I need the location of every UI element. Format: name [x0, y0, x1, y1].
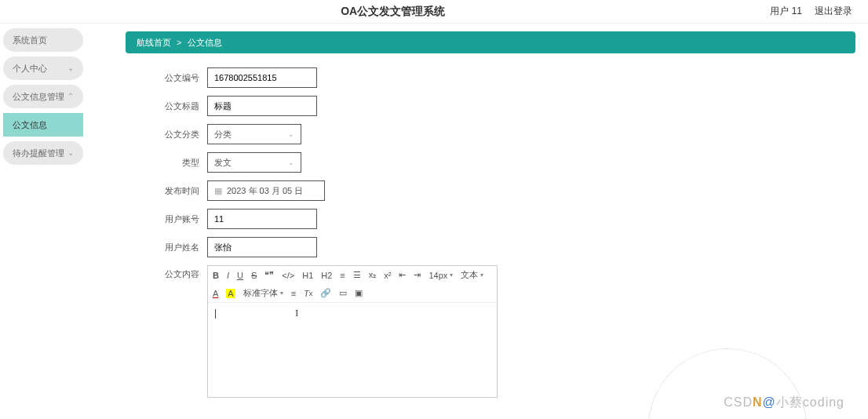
publish-time-value: 2023 年 03 月 05 日 — [227, 185, 303, 197]
breadcrumb-home[interactable]: 航线首页 — [137, 38, 171, 47]
sidebar-item-label: 待办提醒管理 — [13, 141, 64, 165]
user-account-label: 用户账号 — [157, 213, 199, 225]
logout-link[interactable]: 退出登录 — [815, 5, 852, 18]
breadcrumb: 航线首页 > 公文信息 — [126, 31, 855, 53]
indent-right-icon[interactable]: ⇥ — [414, 270, 421, 280]
ordered-list-icon[interactable]: ≡ — [340, 271, 345, 280]
image-icon[interactable]: ▭ — [339, 288, 347, 298]
chevron-down-icon: ⌄ — [288, 130, 294, 138]
code-icon[interactable]: </> — [282, 271, 294, 280]
doc-no-input[interactable] — [207, 67, 317, 88]
superscript-button[interactable]: x² — [384, 271, 391, 280]
user-name-label: 用户姓名 — [157, 242, 199, 253]
italic-icon[interactable]: I — [227, 271, 229, 280]
doc-no-label: 公文编号 — [157, 72, 199, 84]
sidebar-item-label: 个人中心 — [13, 56, 47, 80]
sidebar-item-doc-manage[interactable]: 公文信息管理 ⌃ — [3, 85, 83, 108]
category-value: 分类 — [214, 129, 232, 140]
sidebar-item-label: 公文信息管理 — [13, 85, 64, 108]
text-style-select[interactable]: 文本▾ — [461, 269, 483, 281]
rich-text-editor: B I U S ❝❞ </> H1 H2 ≡ ☰ x₂ x² ⇤ ⇥ — [207, 265, 498, 398]
category-label: 公文分类 — [157, 129, 199, 140]
font-family-select[interactable]: 标准字体▾ — [243, 287, 283, 299]
unordered-list-icon[interactable]: ☰ — [353, 270, 361, 280]
title-input[interactable] — [207, 96, 317, 116]
chevron-down-icon: ⌄ — [288, 158, 294, 166]
user-account-input[interactable] — [207, 209, 317, 229]
link-icon[interactable]: 🔗 — [320, 288, 331, 298]
user-name-input[interactable] — [207, 237, 317, 257]
strikethrough-icon[interactable]: S — [251, 271, 257, 280]
main-content: 航线首页 > 公文信息 公文编号 公文标题 公文分类 分类 ⌄ 类型 — [86, 24, 868, 419]
sidebar-item-todo[interactable]: 待办提醒管理 ⌄ — [3, 141, 83, 165]
chevron-down-icon: ⌄ — [67, 56, 74, 80]
category-select[interactable]: 分类 ⌄ — [207, 124, 301, 144]
top-bar: OA公文发文管理系统 用户 11 退出登录 — [0, 0, 868, 24]
sidebar-item-personal[interactable]: 个人中心 ⌄ — [3, 56, 83, 80]
heading1-button[interactable]: H1 — [302, 271, 313, 280]
font-size-select[interactable]: 14px▾ — [429, 271, 453, 280]
quote-icon[interactable]: ❝❞ — [264, 270, 274, 280]
highlight-icon[interactable]: A — [226, 289, 235, 298]
breadcrumb-current: 公文信息 — [188, 38, 222, 47]
type-select[interactable]: 发文 ⌄ — [207, 152, 301, 173]
doc-form: 公文编号 公文标题 公文分类 分类 ⌄ 类型 发文 ⌄ — [126, 67, 855, 398]
align-icon[interactable]: ≡ — [291, 289, 296, 298]
sidebar-item-label: 系统首页 — [13, 28, 47, 52]
title-label: 公文标题 — [157, 100, 199, 112]
indent-left-icon[interactable]: ⇤ — [399, 270, 406, 280]
clear-format-icon[interactable]: Tx — [304, 289, 312, 298]
dropdown-icon: ▾ — [280, 290, 283, 297]
dropdown-icon: ▾ — [480, 271, 483, 279]
heading2-button[interactable]: H2 — [321, 271, 332, 280]
chevron-up-icon: ⌃ — [67, 85, 74, 108]
editor-content[interactable]: |I — [208, 303, 497, 397]
chevron-down-icon: ⌄ — [67, 141, 74, 165]
system-title: OA公文发文管理系统 — [16, 5, 770, 19]
user-area: 用户 11 退出登录 — [770, 5, 852, 18]
calendar-icon: ▦ — [214, 186, 222, 196]
subscript-button[interactable]: x₂ — [369, 270, 377, 280]
type-label: 类型 — [157, 157, 199, 169]
text-cursor-icon: I — [295, 308, 298, 319]
font-color-icon[interactable]: A — [213, 289, 218, 298]
publish-time-input[interactable]: ▦ 2023 年 03 月 05 日 — [207, 180, 325, 201]
type-value: 发文 — [214, 157, 232, 169]
bold-icon[interactable]: B — [213, 271, 219, 280]
video-icon[interactable]: ▣ — [355, 288, 363, 298]
sidebar-item-label: 公文信息 — [13, 113, 47, 137]
publish-time-label: 发布时间 — [157, 185, 199, 197]
editor-toolbar: B I U S ❝❞ </> H1 H2 ≡ ☰ x₂ x² ⇤ ⇥ — [208, 266, 497, 303]
dropdown-icon: ▾ — [450, 271, 453, 279]
content-label: 公文内容 — [157, 265, 199, 398]
sidebar: 系统首页 个人中心 ⌄ 公文信息管理 ⌃ 公文信息 待办提醒管理 ⌄ — [0, 24, 86, 419]
breadcrumb-separator: > — [177, 38, 181, 47]
sidebar-item-doc-info[interactable]: 公文信息 — [3, 113, 83, 137]
current-user[interactable]: 用户 11 — [770, 5, 802, 18]
underline-icon[interactable]: U — [237, 271, 243, 280]
sidebar-item-home[interactable]: 系统首页 — [3, 28, 83, 52]
